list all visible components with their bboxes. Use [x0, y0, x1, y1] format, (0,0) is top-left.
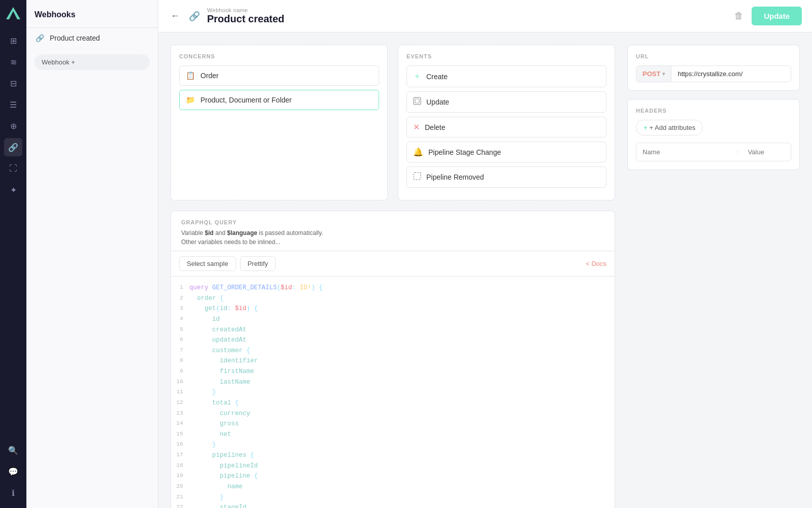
create-icon: ＋ — [413, 71, 421, 82]
event-item-delete[interactable]: ✕ Delete — [407, 117, 606, 138]
prettify-button[interactable]: Prettify — [240, 256, 276, 271]
code-line-2: 2 order { — [171, 293, 615, 304]
left-panel: CONCERNS 📋 Order 📁 Product, Document or … — [171, 45, 615, 496]
sidebar-item-label: Product created — [50, 34, 100, 42]
graphql-title: GRAPHQL QUERY — [181, 219, 604, 225]
search-icon[interactable]: 🔍 — [4, 441, 22, 459]
code-line-12: 12 total { — [171, 398, 615, 409]
webhook-nav-icon[interactable]: 🔗 — [4, 138, 22, 156]
main-content: ← 🔗 Webhook name Product created 🗑 Updat… — [158, 0, 812, 508]
header-name-input[interactable] — [636, 143, 734, 161]
delete-icon: ✕ — [413, 122, 420, 132]
topbar: ← 🔗 Webhook name Product created 🗑 Updat… — [158, 0, 812, 32]
list-icon[interactable]: ☰ — [4, 95, 22, 114]
code-line-9: 9 firstName — [171, 366, 615, 377]
code-editor[interactable]: 1 query GET_ORDER_DETAILS($id: ID!) { 2 … — [171, 277, 615, 508]
event-item-pipeline-removed[interactable]: Pipeline Removed — [407, 166, 606, 188]
code-line-21: 21 } — [171, 492, 615, 503]
event-create-label: Create — [426, 73, 448, 81]
add-attributes-label: + Add attributes — [650, 124, 696, 131]
code-line-17: 17 pipelines { — [171, 450, 615, 461]
concerns-events-row: CONCERNS 📋 Order 📁 Product, Document or … — [171, 45, 615, 200]
back-button[interactable]: ← — [168, 9, 182, 23]
code-line-20: 20 name — [171, 482, 615, 492]
graphql-header: GRAPHQL QUERY Variable $id and $language… — [171, 211, 615, 251]
svg-rect-3 — [415, 99, 419, 103]
add-attributes-button[interactable]: + + Add attributes — [636, 120, 703, 136]
sidebar-item-product-created[interactable]: 🔗 Product created — [26, 28, 158, 48]
concern-order-label: Order — [200, 72, 219, 80]
webhook-title-icon: 🔗 — [189, 11, 200, 22]
order-icon: 📋 — [186, 71, 195, 80]
event-item-update[interactable]: Update — [407, 91, 606, 113]
concern-item-order[interactable]: 📋 Order — [179, 65, 379, 86]
webhook-item-icon: 🔗 — [35, 33, 45, 43]
event-update-label: Update — [426, 98, 449, 106]
svg-rect-4 — [414, 173, 421, 180]
grid2-icon[interactable]: ⊟ — [4, 74, 22, 92]
graphql-section: GRAPHQL QUERY Variable $id and $language… — [171, 211, 615, 508]
integrations-icon[interactable]: ⛶ — [4, 159, 22, 178]
content-area: CONCERNS 📋 Order 📁 Product, Document or … — [158, 32, 812, 508]
concerns-label: CONCERNS — [179, 53, 379, 59]
webhook-name-label: Webhook name — [207, 7, 724, 13]
pipeline-removed-icon — [413, 172, 421, 182]
code-line-4: 4 id — [171, 314, 615, 325]
header-row: : — [636, 143, 791, 161]
url-section: URL POST ▾ — [627, 45, 800, 91]
event-item-pipeline-stage[interactable]: 🔔 Pipeline Stage Change — [407, 142, 606, 162]
code-line-16: 16 } — [171, 439, 615, 450]
right-panel: URL POST ▾ HEADERS + + Add attributes — [627, 45, 800, 496]
event-item-create[interactable]: ＋ Create — [407, 65, 606, 87]
graphql-note: Variable $id and $language is passed aut… — [181, 228, 604, 247]
svg-rect-2 — [414, 97, 421, 105]
code-line-14: 14 gross — [171, 419, 615, 429]
code-line-11: 11 } — [171, 387, 615, 398]
sidebar-title: Webhooks — [26, 0, 158, 28]
star-icon[interactable]: ✦ — [4, 181, 22, 199]
headers-label: HEADERS — [636, 108, 791, 114]
event-pipeline-removed-label: Pipeline Removed — [426, 173, 484, 181]
url-input[interactable] — [671, 66, 791, 82]
events-section: EVENTS ＋ Create Update — [398, 45, 615, 200]
header-value-input[interactable] — [742, 143, 791, 161]
webhook-title-wrap: Webhook name Product created — [207, 7, 724, 25]
update-icon — [413, 97, 421, 107]
url-input-row: POST ▾ — [636, 65, 791, 82]
code-line-3: 3 get(id: $id) { — [171, 303, 615, 314]
add-webhook-button[interactable]: Webhook + — [35, 54, 150, 70]
chat-icon[interactable]: 💬 — [4, 462, 22, 481]
graphql-toolbar-left: Select sample Prettify — [179, 256, 276, 271]
layers-icon[interactable]: ≋ — [4, 53, 22, 71]
headers-section: HEADERS + + Add attributes : — [627, 99, 800, 170]
grid-icon[interactable]: ⊞ — [4, 31, 22, 50]
sidebar: Webhooks 🔗 Product created Webhook + — [26, 0, 158, 508]
graphql-toolbar: Select sample Prettify < Docs — [171, 251, 615, 277]
topbar-actions: 🗑 Update — [731, 7, 802, 25]
events-label: EVENTS — [407, 53, 606, 59]
code-line-5: 5 createdAt — [171, 325, 615, 335]
icon-nav: ⊞ ≋ ⊟ ☰ ⊕ 🔗 ⛶ ✦ 🔍 💬 ℹ — [0, 0, 26, 508]
code-line-6: 6 updatedAt — [171, 335, 615, 346]
book-icon[interactable]: ⊕ — [4, 117, 22, 135]
logo-icon[interactable] — [5, 6, 21, 22]
concern-item-product[interactable]: 📁 Product, Document or Folder — [179, 90, 379, 110]
event-delete-label: Delete — [425, 123, 445, 131]
code-line-19: 19 pipeline { — [171, 471, 615, 482]
chevron-down-icon: ▾ — [662, 71, 665, 77]
select-sample-button[interactable]: Select sample — [179, 256, 236, 271]
method-label: POST — [642, 70, 660, 78]
concerns-section: CONCERNS 📋 Order 📁 Product, Document or … — [171, 45, 388, 200]
code-line-22: 22 stageId — [171, 502, 615, 508]
delete-button[interactable]: 🗑 — [731, 8, 747, 24]
method-select[interactable]: POST ▾ — [636, 66, 671, 82]
settings-icon[interactable]: ℹ — [4, 484, 22, 502]
code-line-8: 8 identifier — [171, 356, 615, 366]
docs-button[interactable]: < Docs — [586, 260, 606, 267]
product-icon: 📁 — [186, 95, 195, 105]
update-button[interactable]: Update — [752, 7, 802, 25]
url-label: URL — [636, 53, 791, 59]
code-line-10: 10 lastName — [171, 377, 615, 388]
header-colon-separator: : — [734, 148, 742, 156]
pipeline-stage-icon: 🔔 — [413, 147, 423, 157]
